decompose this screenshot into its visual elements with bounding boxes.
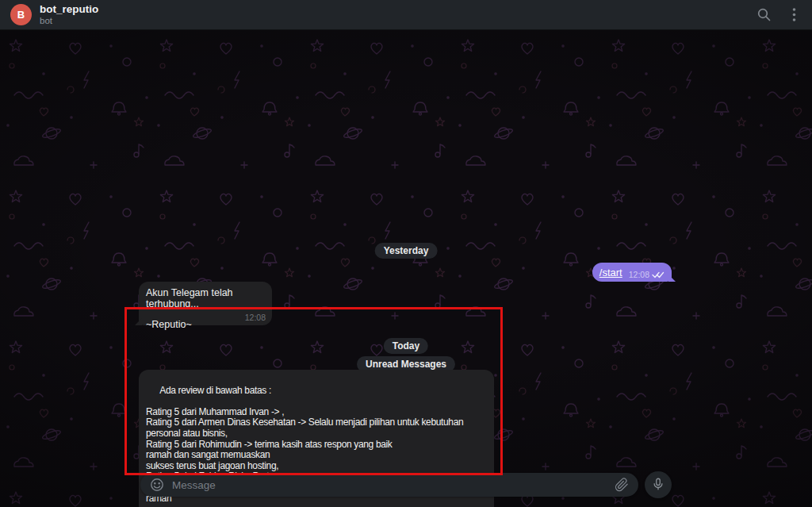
message-incoming-welcome[interactable]: Akun Telegam telah terhubung... ~Reputio… bbox=[139, 282, 272, 325]
message-text-line1: Akun Telegam telah terhubung... bbox=[146, 287, 265, 309]
chat-area: Yesterday /start 12:08 Akun Telegam tela… bbox=[0, 30, 812, 507]
message-input-container[interactable] bbox=[140, 473, 638, 497]
attach-button[interactable] bbox=[613, 476, 630, 494]
bot-command-link[interactable]: /start bbox=[599, 267, 622, 278]
date-chip-yesterday[interactable]: Yesterday bbox=[375, 243, 438, 259]
message-outgoing-start[interactable]: /start 12:08 bbox=[592, 263, 672, 282]
telegram-window: B bot_reputio bot bbox=[0, 0, 812, 507]
chat-subtitle: bot bbox=[40, 16, 98, 26]
kebab-menu-icon bbox=[792, 7, 796, 22]
message-time: 12:08 bbox=[629, 270, 649, 279]
page-title: bot_reputio bbox=[40, 3, 98, 16]
avatar-letter: B bbox=[17, 9, 25, 21]
message-composer bbox=[140, 471, 672, 498]
emoji-smiley-icon bbox=[150, 478, 164, 492]
date-chip-today[interactable]: Today bbox=[384, 338, 428, 354]
chat-header[interactable]: B bot_reputio bot bbox=[0, 0, 812, 30]
header-actions bbox=[755, 6, 812, 24]
emoji-button[interactable] bbox=[148, 476, 166, 494]
voice-message-button[interactable] bbox=[645, 471, 672, 498]
message-meta: 12:08 bbox=[629, 270, 665, 279]
message-time: 12:08 bbox=[245, 313, 266, 322]
paperclip-icon bbox=[615, 478, 629, 492]
chat-title-block: bot_reputio bot bbox=[40, 3, 98, 26]
avatar[interactable]: B bbox=[10, 4, 32, 25]
menu-button[interactable] bbox=[791, 6, 798, 24]
search-button[interactable] bbox=[755, 6, 773, 24]
double-check-icon bbox=[652, 271, 665, 278]
microphone-icon bbox=[651, 477, 665, 494]
search-icon bbox=[756, 7, 772, 22]
message-input[interactable] bbox=[166, 479, 613, 491]
